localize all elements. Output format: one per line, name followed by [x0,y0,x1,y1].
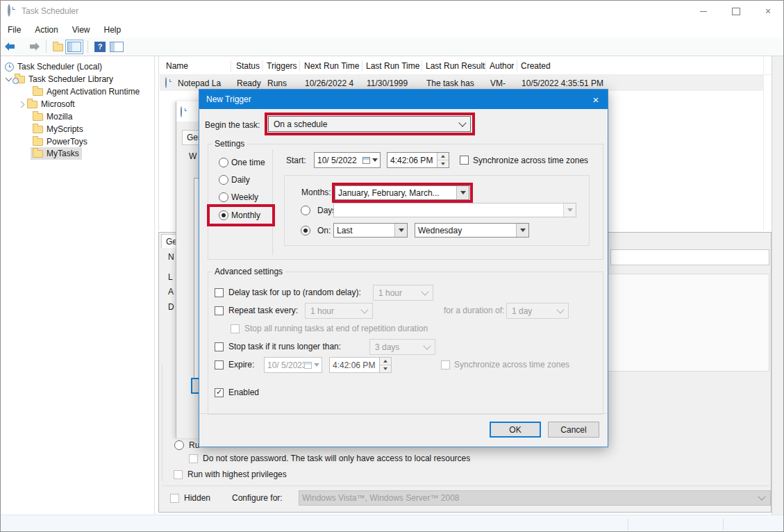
repeat-checkbox[interactable] [215,306,224,315]
close-button[interactable]: × [752,1,784,22]
maximize-button[interactable] [720,1,752,22]
name-label-fragment: N [168,252,174,262]
delay-label: Delay task for up to (random delay): [228,288,361,297]
daily-radio[interactable] [219,175,228,185]
days-combo[interactable] [333,203,576,217]
column-header-status[interactable]: Status [236,61,260,71]
menu-file[interactable]: File [1,22,28,38]
tree-item-label: MyScripts [47,124,83,134]
expire-checkbox[interactable] [215,360,224,369]
days-radio[interactable] [301,206,310,215]
weekly-label: Weekly [231,192,258,202]
dropdown-arrow-icon [372,158,378,165]
dialog-titlebar[interactable]: New Trigger × [199,90,608,109]
stop-task-combo[interactable]: 3 days [369,339,435,355]
on-radio[interactable] [301,226,310,235]
time-spinner-buttons[interactable] [437,153,449,167]
create-task-text-fragment: W [189,151,197,161]
tree-item-agent-activation-runtime[interactable]: Agent Activation Runtime [33,85,140,98]
column-separator[interactable] [485,60,486,72]
expire-time-value: 4:42:06 PM [330,360,379,370]
hidden-label: Hidden [184,493,210,503]
on-week-combo[interactable]: Last [333,223,408,238]
dialog-close-icon[interactable]: × [584,90,608,109]
column-separator[interactable] [422,60,422,72]
delay-checkbox[interactable] [215,288,224,297]
back-icon[interactable] [5,41,20,52]
column-header-next-run[interactable]: Next Run Time [304,61,359,71]
show-hide-tree-icon[interactable] [53,44,63,51]
time-spinner-buttons[interactable] [379,358,391,372]
on-day-combo[interactable]: Wednesday [415,223,529,238]
start-time-value: 4:42:06 PM [387,156,437,165]
selected-highlight: MyTasks [31,147,82,160]
column-header-triggers[interactable]: Triggers [267,61,297,71]
one-time-radio[interactable] [219,158,228,167]
calendar-icon [304,362,312,369]
expire-sync-label: Synchronize across time zones [454,360,569,369]
on-label: On: [317,226,331,235]
column-separator[interactable] [262,60,262,72]
tree-item-myscripts[interactable]: MyScripts [33,123,83,135]
action-pane-icon[interactable] [110,42,124,52]
column-separator[interactable] [231,60,231,72]
tree-item-library[interactable]: Task Scheduler Library [6,73,113,85]
column-header-created[interactable]: Created [521,61,551,71]
duration-combo[interactable]: 1 day [506,303,569,319]
run-logged-radio[interactable] [174,440,184,450]
column-header-last-run[interactable]: Last Run Time [366,61,419,71]
delay-combo[interactable]: 1 hour [373,285,433,301]
chevron-right-icon[interactable] [18,101,25,108]
on-week-value: Last [334,226,394,235]
tree-item-microsoft[interactable]: Microsoft [19,98,75,110]
cancel-button[interactable]: Cancel [548,422,599,438]
help-icon[interactable]: ? [94,42,106,52]
enabled-label: Enabled [228,388,259,397]
chevron-down-icon[interactable] [6,75,12,82]
calendar-icon [362,157,370,164]
column-separator[interactable] [517,60,517,72]
ok-button[interactable]: OK [490,422,541,438]
column-header-author[interactable]: Author [490,61,514,71]
run-highest-checkbox[interactable] [174,470,183,479]
column-separator[interactable] [362,60,362,72]
menu-action[interactable]: Action [28,22,65,38]
dropdown-arrow-icon [314,363,319,369]
minimize-button[interactable] [687,1,719,22]
sync-timezone-checkbox[interactable] [460,156,469,165]
dropdown-button[interactable] [563,203,576,217]
menu-help[interactable]: Help [97,22,128,38]
highlight-box-monthly [207,204,275,226]
stop-task-checkbox[interactable] [215,342,224,351]
enabled-checkbox[interactable] [215,388,224,397]
do-not-store-checkbox[interactable] [189,454,198,463]
tree-item-mytasks[interactable]: MyTasks [31,147,82,160]
delay-value: 1 hour [378,288,422,298]
tree-item-root[interactable]: Task Scheduler (Local) [5,60,102,73]
dropdown-button[interactable] [394,224,407,237]
description-field-fragment [608,274,769,372]
weekly-radio[interactable] [219,192,228,202]
expire-date-picker[interactable]: 10/ 5/2023 [264,357,322,373]
months-label: Months: [301,188,331,197]
tree-item-powertoys[interactable]: PowerToys [33,135,87,148]
settings-group-label: Settings [212,139,247,149]
start-time-spinner[interactable]: 4:42:06 PM [387,152,449,168]
expire-time-spinner[interactable]: 4:42:06 PM [329,357,392,373]
author-label-fragment: A [168,287,174,297]
column-separator[interactable] [299,60,300,72]
column-header-name[interactable]: Name [166,61,188,71]
forward-icon[interactable] [24,41,40,52]
tree-item-mozilla[interactable]: Mozilla [33,110,72,123]
expire-sync-checkbox[interactable] [441,360,450,369]
hidden-checkbox[interactable] [170,494,179,503]
dropdown-button[interactable] [516,224,528,237]
menu-view[interactable]: View [65,22,97,38]
column-header-last-result[interactable]: Last Run Result [426,61,485,71]
start-date-picker[interactable]: 10/ 5/2022 [314,152,381,168]
configure-for-combo[interactable]: Windows Vista™, Windows Server™ 2008 [299,490,771,506]
repeat-combo[interactable]: 1 hour [305,303,373,319]
name-field-fragment[interactable] [610,249,769,265]
console-pane-icon[interactable] [67,42,81,52]
stop-all-checkbox[interactable] [231,324,240,333]
